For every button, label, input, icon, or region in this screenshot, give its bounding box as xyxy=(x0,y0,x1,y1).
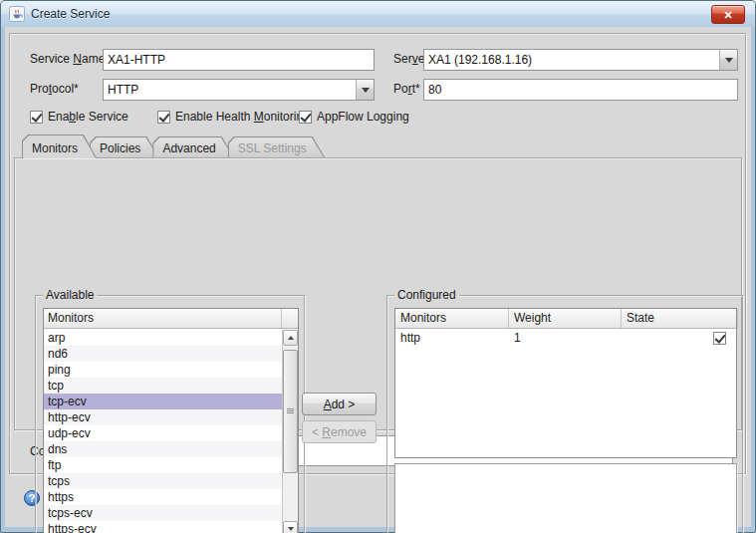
scroll-up-icon[interactable] xyxy=(283,330,298,346)
monitor-list-item[interactable]: https-ecv xyxy=(44,521,282,533)
protocol-combobox[interactable]: HTTP xyxy=(103,79,375,101)
monitor-list-item[interactable]: tcp-ecv xyxy=(44,394,282,409)
dialog-content: Service Name* Server* XA1 (192.168.1.16)… xyxy=(5,27,751,527)
configured-monitors-table: Monitors Weight State http1 xyxy=(394,308,737,458)
add-button[interactable]: Add > xyxy=(302,393,377,415)
tab-policies[interactable]: Policies xyxy=(90,136,159,158)
server-value: XA1 (192.168.1.16) xyxy=(428,53,532,67)
header-stub xyxy=(282,309,298,328)
configured-group: Configured Monitors Weight State http1 xyxy=(386,295,743,533)
configured-table-row[interactable]: http1 xyxy=(395,329,736,347)
tab-monitors[interactable]: Monitors xyxy=(22,134,97,158)
titlebar[interactable]: Create Service ✕ xyxy=(1,1,755,27)
available-monitors-table: Monitors arpnd6pingtcptcp-ecvhttp-ecvudp… xyxy=(43,308,299,533)
configured-state-cell[interactable] xyxy=(622,332,738,345)
protocol-dropdown-button[interactable] xyxy=(356,80,374,100)
service-name-label: Service Name* xyxy=(30,52,110,66)
monitor-list-item[interactable]: ping xyxy=(44,362,282,378)
protocol-label: Protocol* xyxy=(30,82,79,96)
checked-checkbox-icon xyxy=(713,332,726,345)
server-dropdown-button[interactable] xyxy=(719,50,737,70)
available-table-header: Monitors xyxy=(44,309,298,329)
configured-detail-panel xyxy=(394,463,737,533)
tab-advanced[interactable]: Advanced xyxy=(152,136,234,158)
configured-monitor-cell: http xyxy=(395,331,509,345)
chevron-down-icon xyxy=(725,58,733,67)
window-title: Create Service xyxy=(31,7,110,21)
available-scrollbar[interactable] xyxy=(282,330,298,533)
scroll-down-icon[interactable] xyxy=(283,521,298,533)
scrollbar-thumb[interactable] xyxy=(283,350,298,473)
close-icon[interactable]: ✕ xyxy=(711,5,745,24)
monitor-list-item[interactable]: tcps-ecv xyxy=(44,505,282,521)
protocol-value: HTTP xyxy=(108,83,138,97)
port-label: Port* xyxy=(393,82,420,96)
monitor-list-item[interactable]: http-ecv xyxy=(44,409,282,425)
monitor-list-item[interactable]: tcp xyxy=(44,378,282,394)
monitor-list: arpnd6pingtcptcp-ecvhttp-ecvudp-ecvdnsft… xyxy=(44,330,282,533)
java-cup-icon xyxy=(9,6,25,22)
configured-column-state[interactable]: State xyxy=(622,309,738,328)
available-group: Available Monitors arpnd6pingtcptcp-ecvh… xyxy=(35,295,305,533)
configured-column-weight[interactable]: Weight xyxy=(509,309,622,328)
server-combobox[interactable]: XA1 (192.168.1.16) xyxy=(423,49,738,71)
checkbox-label: Enable Health Monitoring xyxy=(175,110,310,124)
checked-checkbox-icon xyxy=(157,111,170,124)
port-input[interactable] xyxy=(423,79,738,101)
available-group-label: Available xyxy=(43,288,97,302)
tab-bar: MonitorsPoliciesAdvancedSSL Settings xyxy=(22,136,319,158)
monitor-list-item[interactable]: tcps xyxy=(44,473,282,489)
checked-checkbox-icon xyxy=(30,111,43,124)
monitor-list-item[interactable]: udp-ecv xyxy=(44,425,282,441)
checkbox-label: AppFlow Logging xyxy=(317,110,409,124)
checkbox-label: Enable Service xyxy=(48,110,128,124)
monitors-tab-panel: Available Monitors arpnd6pingtcptcp-ecvh… xyxy=(14,157,742,430)
service-name-input[interactable] xyxy=(103,49,375,71)
configured-table-header: Monitors Weight State xyxy=(395,309,736,329)
checkbox-appflow-logging[interactable]: AppFlow Logging xyxy=(299,110,409,124)
monitor-list-item[interactable]: arp xyxy=(44,330,282,346)
create-service-dialog: Create Service ✕ Service Name* Server* X… xyxy=(0,0,756,533)
available-column-header[interactable]: Monitors xyxy=(44,309,282,328)
monitor-list-item[interactable]: https xyxy=(44,489,282,505)
tab-ssl-settings: SSL Settings xyxy=(228,136,326,158)
configured-weight-cell: 1 xyxy=(509,331,622,345)
configured-column-monitors[interactable]: Monitors xyxy=(395,309,509,328)
checked-checkbox-icon xyxy=(299,111,312,124)
remove-button[interactable]: < Remove xyxy=(302,420,377,443)
chevron-down-icon xyxy=(362,88,370,97)
monitor-list-item[interactable]: dns xyxy=(44,441,282,457)
configured-body: http1 xyxy=(395,329,736,347)
checkbox-enable-health-monitoring[interactable]: Enable Health Monitoring xyxy=(157,110,310,124)
configured-group-label: Configured xyxy=(394,288,459,302)
monitor-list-item[interactable]: nd6 xyxy=(44,346,282,362)
monitor-list-item[interactable]: ftp xyxy=(44,457,282,473)
checkbox-enable-service[interactable]: Enable Service xyxy=(30,110,128,124)
